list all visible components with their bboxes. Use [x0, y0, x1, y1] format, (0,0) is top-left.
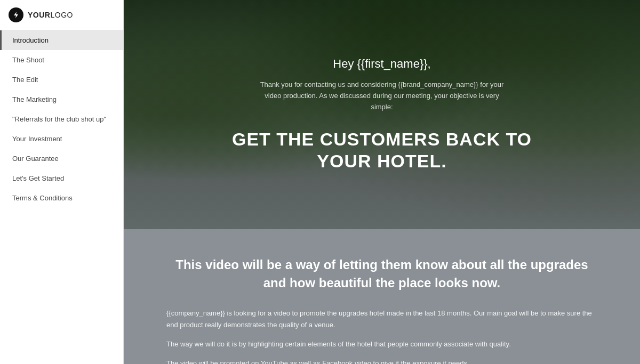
sidebar-item-the-shoot[interactable]: The Shoot [0, 50, 123, 70]
sidebar-item-terms-conditions[interactable]: Terms & Conditions [0, 188, 123, 208]
grey-section-paragraphs: {{company_name}} is looking for a video … [166, 308, 597, 364]
sidebar: YOURLOGO IntroductionThe ShootThe EditTh… [0, 0, 124, 364]
grey-section: This video will be a way of letting them… [124, 229, 640, 364]
hero-headline: GET THE CUSTOMERS BACK TO YOUR HOTEL. [217, 128, 547, 172]
svg-marker-0 [14, 12, 18, 18]
hero-greeting: Hey {{first_name}}, [217, 57, 547, 71]
sidebar-item-the-edit[interactable]: The Edit [0, 70, 123, 90]
hero-section: Hey {{first_name}}, Thank you for contac… [124, 0, 640, 229]
logo-area: YOURLOGO [0, 0, 123, 30]
logo-text: YOURLOGO [28, 11, 73, 19]
grey-paragraph-2: The way we will do it is by highlighting… [166, 338, 597, 350]
lightning-bolt-icon [9, 7, 23, 22]
sidebar-item-lets-get-started[interactable]: Let's Get Started [0, 168, 123, 188]
sidebar-item-the-marketing[interactable]: The Marketing [0, 90, 123, 109]
grey-section-title: This video will be a way of letting them… [166, 256, 597, 292]
sidebar-item-introduction[interactable]: Introduction [0, 30, 123, 50]
sidebar-item-our-guarantee[interactable]: Our Guarantee [0, 149, 123, 168]
hero-content: Hey {{first_name}}, Thank you for contac… [195, 57, 569, 172]
sidebar-item-referrals[interactable]: "Referrals for the club shot up" [0, 109, 123, 129]
grey-paragraph-1: {{company_name}} is looking for a video … [166, 308, 597, 331]
sidebar-item-your-investment[interactable]: Your Investment [0, 129, 123, 149]
grey-paragraph-3: The video will be promoted on YouTube as… [166, 358, 597, 364]
hero-subtext: Thank you for contacting us and consider… [254, 79, 510, 112]
main-content: Hey {{first_name}}, Thank you for contac… [124, 0, 640, 364]
sidebar-nav: IntroductionThe ShootThe EditThe Marketi… [0, 30, 123, 208]
